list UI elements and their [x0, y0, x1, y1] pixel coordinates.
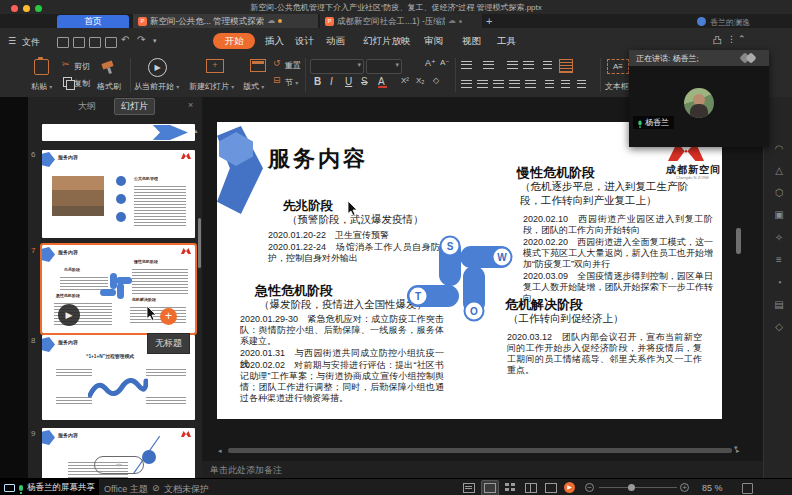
- play-slide-button[interactable]: ▶: [58, 304, 80, 326]
- align-center-icon[interactable]: [477, 80, 488, 88]
- history-icon[interactable]: ◔: [772, 277, 786, 288]
- notes-pane[interactable]: 单击此处添加备注: [202, 461, 763, 478]
- more-options-icon[interactable]: ⋮: [727, 34, 736, 44]
- redo-icon[interactable]: ↷: [137, 34, 145, 45]
- add-slide-fab[interactable]: +: [160, 308, 177, 325]
- horizontal-scrollbar-thumb[interactable]: [228, 448, 732, 453]
- doc-tab-1[interactable]: P 新空间-公共危... 管理模式探索 ☁: [133, 14, 318, 28]
- numbered-list-icon[interactable]: [483, 61, 494, 69]
- tab-outline[interactable]: 大纲: [78, 100, 96, 113]
- paragraph-spacing-before-icon[interactable]: [545, 80, 554, 88]
- open-icon[interactable]: [57, 37, 69, 48]
- decrease-indent-icon[interactable]: [507, 61, 518, 69]
- gallery-icon[interactable]: ▣: [772, 209, 786, 220]
- zoom-slider-thumb[interactable]: [628, 484, 635, 491]
- align-left-icon[interactable]: [461, 80, 472, 88]
- home-tab[interactable]: 首页: [57, 15, 129, 28]
- account-name[interactable]: 香兰的澜逸: [710, 17, 750, 28]
- cut-button[interactable]: 剪切: [74, 61, 90, 72]
- add-slide-button[interactable]: +: [94, 456, 144, 474]
- tab-tools[interactable]: 工具: [497, 35, 516, 48]
- tab-review[interactable]: 审阅: [424, 35, 443, 48]
- share-icon[interactable]: 凸: [713, 34, 722, 47]
- reading-view-icon[interactable]: [525, 483, 537, 493]
- increase-indent-icon[interactable]: [523, 61, 534, 69]
- slide-sorter-icon[interactable]: [505, 483, 515, 491]
- doc-tab-2[interactable]: P 成都新空间社会工...1) -压缩版 ☁: [320, 14, 482, 28]
- font-color-button[interactable]: A: [378, 76, 385, 87]
- package-icon[interactable]: ◇: [772, 321, 786, 332]
- paragraph-settings-icon[interactable]: [577, 80, 586, 88]
- meeting-overlay-header[interactable]: 正在讲话: 杨香兰;: [629, 50, 769, 66]
- font-size-select[interactable]: [366, 59, 402, 74]
- print-icon[interactable]: [105, 37, 117, 48]
- tab-insert[interactable]: 插入: [265, 35, 284, 48]
- screen-share-indicator[interactable]: 杨香兰的屏幕共享: [0, 479, 99, 495]
- strikethrough-button[interactable]: S: [361, 76, 368, 87]
- slide-thumbnail-6[interactable]: 服务内容 公共危机管理: [42, 150, 195, 238]
- italic-button[interactable]: I: [330, 76, 333, 87]
- export-icon[interactable]: [89, 37, 101, 48]
- text-box-button[interactable]: 文本框: [605, 81, 629, 92]
- bold-button[interactable]: B: [314, 76, 321, 87]
- normal-view-icon[interactable]: [484, 483, 496, 493]
- subscript-button[interactable]: X₂: [416, 76, 424, 85]
- justify-icon[interactable]: [509, 80, 520, 88]
- distribute-icon[interactable]: [525, 80, 536, 88]
- tab-home[interactable]: 开始: [213, 33, 255, 49]
- tab-view[interactable]: 视图: [462, 35, 481, 48]
- zoom-slider-track[interactable]: [599, 487, 677, 488]
- clear-format-button[interactable]: ◇: [433, 76, 439, 85]
- sidebar-scrollbar[interactable]: [198, 218, 201, 268]
- new-slide-button[interactable]: 新建幻灯片 ▾: [189, 81, 234, 92]
- superscript-button[interactable]: X²: [401, 76, 409, 85]
- format-painter-button[interactable]: 格式刷: [97, 81, 121, 92]
- undo-icon[interactable]: ↶: [121, 34, 129, 45]
- copy-button[interactable]: 复制: [74, 78, 90, 89]
- bullet-list-icon[interactable]: [461, 61, 472, 69]
- smart-assistant-icon[interactable]: ⬡: [772, 187, 786, 198]
- quickbar-dropdown-icon[interactable]: ▾: [153, 37, 157, 45]
- zoom-out-icon[interactable]: −: [585, 483, 594, 492]
- increase-font-button[interactable]: A⁺: [425, 58, 436, 68]
- play-from-current-button[interactable]: 从当前开始 ▾: [134, 81, 179, 92]
- slide-canvas[interactable]: 服务内容 成都新空间 Chengdu·N·ZONE 先兆阶段 （预警阶段，武汉爆…: [217, 122, 722, 419]
- decrease-font-button[interactable]: A⁻: [440, 58, 450, 67]
- tab-slides[interactable]: 幻灯片: [114, 98, 155, 115]
- horizontal-scrollbar[interactable]: ◂ ▸: [216, 447, 746, 456]
- file-menu[interactable]: 文件: [22, 36, 40, 49]
- tab-design[interactable]: 设计: [295, 35, 314, 48]
- chat-icon[interactable]: ◠: [772, 143, 786, 154]
- paste-button[interactable]: 粘贴 ▾: [31, 81, 52, 92]
- close-panel-icon[interactable]: ×: [188, 100, 193, 110]
- effects-icon[interactable]: ✧: [772, 232, 786, 243]
- vertical-scrollbar-thumb[interactable]: [736, 228, 741, 254]
- layout-button[interactable]: 版式 ▾: [243, 81, 264, 92]
- collapse-ribbon-icon[interactable]: ⌃: [738, 34, 746, 44]
- fit-to-window-icon[interactable]: [742, 483, 753, 494]
- reset-button[interactable]: 重置: [285, 60, 301, 71]
- notes-view-icon[interactable]: [463, 483, 475, 493]
- tab-slideshow[interactable]: 幻灯片放映: [363, 35, 411, 48]
- new-tab-button[interactable]: +: [486, 15, 492, 27]
- settings-icon[interactable]: ≡: [772, 254, 786, 265]
- hamburger-icon[interactable]: ☰: [8, 36, 16, 46]
- meeting-video-overlay[interactable]: 正在讲话: 杨香兰; 杨香兰: [629, 50, 769, 147]
- align-right-icon[interactable]: [493, 80, 504, 88]
- image-icon[interactable]: ▤: [772, 299, 786, 310]
- paragraph-spacing-after-icon[interactable]: [561, 80, 570, 88]
- section-button[interactable]: 节 ▾: [285, 77, 298, 88]
- slideshow-play-icon[interactable]: ▶: [564, 482, 575, 493]
- protection-label[interactable]: 文档未保护: [164, 483, 209, 495]
- text-direction-icon[interactable]: [559, 59, 573, 73]
- scroll-left-icon[interactable]: ◂: [218, 447, 222, 455]
- scroll-down-icon[interactable]: ▾: [734, 444, 738, 452]
- zoom-in-icon[interactable]: +: [680, 483, 689, 492]
- line-spacing-icon[interactable]: [543, 61, 552, 69]
- zoom-percent[interactable]: 85 %: [702, 483, 723, 493]
- font-name-select[interactable]: [310, 59, 364, 74]
- presenter-view-icon[interactable]: [545, 483, 557, 493]
- theme-label[interactable]: Office 主题: [104, 483, 148, 495]
- underline-button[interactable]: U: [345, 76, 352, 87]
- save-icon[interactable]: [73, 37, 85, 48]
